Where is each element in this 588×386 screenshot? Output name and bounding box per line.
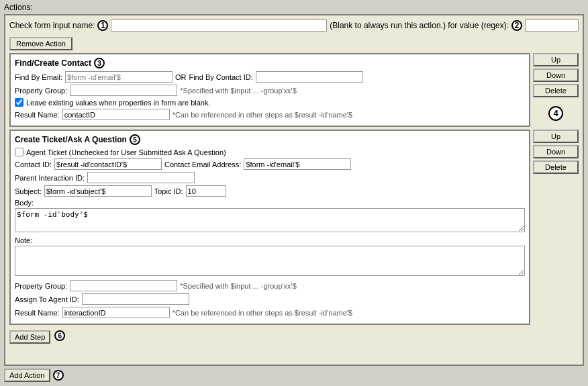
- assign-agent-input[interactable]: [82, 293, 189, 305]
- leave-existing-row: Leave existing values when properties in…: [15, 98, 525, 107]
- add-action-button[interactable]: Add Action: [4, 369, 50, 382]
- contact-id-row: Contact ID: Contact Email Address:: [15, 158, 525, 170]
- badge-7: 7: [53, 370, 64, 381]
- add-step-button[interactable]: Add Step: [9, 330, 50, 344]
- agent-ticket-row: Agent Ticket (Unchecked for User Submitt…: [15, 148, 525, 156]
- body-row: Body: $form -id'body'$: [15, 199, 525, 234]
- create-ticket-content: Create Ticket/Ask A Question 5 Agent Tic…: [9, 130, 530, 325]
- main-box: Check form input name: 1 (Blank to alway…: [4, 14, 584, 366]
- parent-interaction-row: Parent Interaction ID:: [15, 172, 525, 183]
- find-create-up-button[interactable]: Up: [533, 53, 579, 66]
- badge-4: 4: [548, 106, 563, 121]
- find-create-section: Find/Create Contact 3 Find By Email: OR …: [9, 53, 579, 127]
- ticket-property-group-input[interactable]: [70, 280, 177, 291]
- check-form-regex-input[interactable]: [525, 19, 579, 32]
- note-textarea[interactable]: [15, 246, 525, 276]
- find-by-contact-id-label: Find By Contact ID:: [189, 73, 252, 81]
- or-label: OR: [175, 73, 187, 81]
- check-form-suffix: (Blank to always run this action.) for v…: [330, 21, 509, 30]
- ticket-property-group-hint: *Specified with $input ... -group'xx'$: [180, 282, 297, 290]
- badge-5: 5: [130, 134, 140, 145]
- ticket-result-name-row: Result Name: *Can be referenced in other…: [15, 307, 525, 318]
- parent-interaction-label: Parent Interaction ID:: [15, 174, 85, 182]
- check-form-prefix: Check form input name:: [9, 21, 95, 30]
- parent-interaction-input[interactable]: [87, 172, 195, 183]
- result-name-hint: *Can be referenced in other steps as $re…: [173, 111, 352, 119]
- create-ticket-title: Create Ticket/Ask A Question 5: [15, 134, 525, 145]
- ticket-result-name-label: Result Name:: [15, 309, 60, 317]
- body-textarea[interactable]: $form -id'body'$: [15, 208, 525, 232]
- find-by-email-input[interactable]: [65, 71, 173, 83]
- create-ticket-section: Create Ticket/Ask A Question 5 Agent Tic…: [9, 130, 579, 325]
- ticket-result-name-input[interactable]: [62, 307, 170, 318]
- assign-agent-row: Assign To Agent ID:: [15, 293, 525, 305]
- agent-ticket-label: Agent Ticket (Unchecked for User Submitt…: [26, 148, 226, 156]
- subject-label: Subject:: [15, 187, 42, 195]
- ticket-result-name-hint: *Can be referenced in other steps as $re…: [173, 309, 352, 317]
- find-create-down-button[interactable]: Down: [533, 68, 579, 82]
- actions-label: Actions:: [4, 3, 584, 12]
- badge-1: 1: [97, 20, 108, 31]
- check-form-name-input[interactable]: [111, 19, 327, 32]
- topic-id-label: Topic ID:: [154, 187, 183, 195]
- result-name-label: Result Name:: [15, 111, 60, 119]
- subject-row: Subject: Topic ID:: [15, 185, 525, 197]
- badge-2: 2: [511, 20, 522, 31]
- leave-existing-checkbox[interactable]: [15, 98, 23, 107]
- contact-email-input[interactable]: [244, 158, 351, 170]
- note-label: Note:: [15, 236, 525, 244]
- subject-input[interactable]: [44, 185, 152, 197]
- badge-6: 6: [54, 330, 65, 341]
- create-ticket-buttons: Up Down Delete: [533, 130, 579, 325]
- property-group-row: Property Group: *Specified with $input .…: [15, 85, 525, 96]
- property-group-input[interactable]: [70, 85, 177, 96]
- contact-email-label: Contact Email Address:: [164, 160, 241, 168]
- find-by-email-label: Find By Email:: [15, 73, 62, 81]
- result-name-input[interactable]: [62, 109, 170, 120]
- contact-id-input[interactable]: [54, 158, 162, 170]
- add-action-row: Add Action 7: [4, 369, 584, 382]
- topic-id-input[interactable]: [186, 185, 226, 197]
- note-row: Note:: [15, 236, 525, 278]
- create-ticket-up-button[interactable]: Up: [533, 130, 579, 143]
- bottom-buttons-row: Add Step 6: [9, 330, 579, 344]
- find-create-content: Find/Create Contact 3 Find By Email: OR …: [9, 53, 530, 127]
- check-form-row: Check form input name: 1 (Blank to alway…: [9, 19, 579, 32]
- assign-agent-label: Assign To Agent ID:: [15, 295, 79, 303]
- find-by-email-row: Find By Email: OR Find By Contact ID:: [15, 71, 525, 83]
- ticket-property-group-row: Property Group: *Specified with $input .…: [15, 280, 525, 291]
- find-create-title: Find/Create Contact 3: [15, 58, 525, 68]
- find-create-delete-button[interactable]: Delete: [533, 84, 579, 97]
- create-ticket-down-button[interactable]: Down: [533, 145, 579, 158]
- agent-ticket-checkbox[interactable]: [15, 148, 23, 156]
- contact-id-label: Contact ID:: [15, 160, 52, 168]
- badge-3: 3: [94, 58, 105, 68]
- result-name-row: Result Name: *Can be referenced in other…: [15, 109, 525, 120]
- leave-existing-label: Leave existing values when properties in…: [26, 99, 211, 107]
- ticket-property-group-label: Property Group:: [15, 282, 67, 290]
- property-group-hint: *Specified with $input ... -group'xx'$: [180, 87, 297, 95]
- body-label: Body:: [15, 199, 525, 207]
- remove-action-button[interactable]: Remove Action: [9, 37, 72, 50]
- create-ticket-delete-button[interactable]: Delete: [533, 160, 579, 174]
- find-create-buttons: Up Down Delete 4: [533, 53, 579, 127]
- find-by-contact-id-input[interactable]: [256, 71, 363, 83]
- property-group-label: Property Group:: [15, 87, 67, 95]
